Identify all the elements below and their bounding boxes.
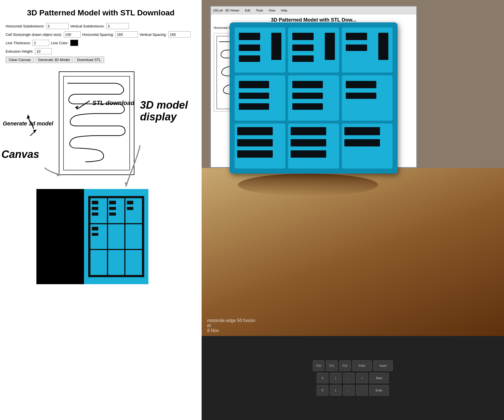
keyboard-row-3: K L ; ' Enter [317,385,389,396]
generate-3d-model-button[interactable]: Generate 3D Model [35,57,73,63]
screen-app-name: (20).stl - 3D Viewer [213,9,239,12]
h-spacing-input[interactable] [115,31,138,38]
watermark-line1: motorola edge 50 fusion [207,318,255,323]
control-row-subdivisions: Horizontal Subdivisions: Vertical Subdiv… [6,23,196,29]
h-subdivisions-label: Horizontal Subdivisions: [6,24,45,28]
extrusion-label: Extrusion Height: [6,49,33,53]
download-stl-button[interactable]: Download STL [74,57,104,63]
page-title: 3D Patterned Model with STL Download [0,8,202,17]
key-l: L [330,385,342,396]
generate-annotation-label: Generate 3d model [3,120,53,127]
h-spacing-label: Horizontal Spacing: [82,32,114,37]
controls-panel: Horizontal Subdivisions: Vertical Subdiv… [0,23,202,63]
svg-rect-0 [64,76,130,170]
v-spacing-input[interactable] [168,31,191,38]
v-subdivisions-input[interactable] [106,23,129,29]
physical-object [224,17,420,207]
annotation-area: STL download Generate 3d model Canvas 3D… [0,66,202,295]
canvas-annotation-label: Canvas [1,148,39,160]
key-enter: Enter [369,385,389,396]
svg-marker-5 [125,182,128,186]
svg-marker-3 [33,130,36,133]
clear-canvas-button[interactable]: Clear Canvas [6,57,34,63]
key-0: 0 [317,373,328,383]
key-semicolon: ; [343,385,355,396]
model-display-line2: display [140,111,188,123]
canvas-drawing-area[interactable] [59,71,134,175]
key-minus: - [343,373,355,383]
photo-watermark: motorola edge 50 fusion el 8 Nov [207,318,255,333]
model-display-annotation-label: 3D model display [140,99,188,123]
key-f10: F10 [313,360,325,371]
button-row: Clear Canvas Generate 3D Model Download … [6,57,196,63]
cell-size-input[interactable] [64,31,81,38]
keyboard-row-2: 0 ) - + Back [317,373,389,383]
key-quote: ' [356,385,368,396]
v-spacing-label: Vertical Spacing: [139,32,167,37]
model-preview-area [36,189,148,284]
key-f11: F11 [326,360,338,371]
line-color-label: Line Color: [51,41,69,45]
v-subdivisions-label: Vertical Subdivisions: [70,24,105,28]
cell-size-label: Cell Size(single drawn object size): [6,32,62,37]
h-subdivisions-input[interactable] [46,23,69,29]
canvas-annotation-text: Canvas [1,148,39,160]
screen-menu-tools: Tools [256,9,263,12]
keyboard-area: F10 F11 F12 PrtSc Insert 0 ) - + Back K … [202,336,504,420]
keyboard-row-1: F10 F11 F12 PrtSc Insert [313,360,393,371]
model-display-line1: 3D model [140,99,188,111]
generate-annotation-text: Generate 3d model [3,120,53,127]
screen-menu-help: Help [281,9,287,12]
key-back: Back [369,373,389,383]
watermark-date: 8 Nov [207,328,255,333]
screen-menu-view: View [269,9,276,12]
key-insert: Insert [373,360,393,371]
key-prtsc: PrtSc [352,360,372,371]
key-f12: F12 [339,360,351,371]
line-thickness-input[interactable] [32,40,49,46]
svg-marker-2 [27,115,30,119]
key-k: K [317,385,328,396]
screen-menu-edit: Edit [245,9,250,12]
extrusion-input[interactable] [35,48,52,54]
key-plus: + [356,373,368,383]
model-preview-content [84,189,148,284]
color-swatch[interactable] [70,40,78,46]
control-row-line: Line Thickness: Line Color: [6,40,196,46]
control-row-extrusion: Extrusion Height: [6,48,196,54]
screen-title-bar: (20).stl - 3D Viewer Edit Tools View Hel… [211,6,416,14]
right-panel: (20).stl - 3D Viewer Edit Tools View Hel… [202,0,504,420]
key-close-paren: ) [330,373,342,383]
left-panel: 3D Patterned Model with STL Download Hor… [0,0,202,420]
stl-annotation-label: STL download [92,99,134,107]
control-row-cell-size: Cell Size(single drawn object size): Hor… [6,31,196,38]
watermark-line2: el [207,323,255,328]
line-thickness-label: Line Thickness: [6,41,31,45]
stl-annotation-text: STL download [92,99,134,106]
